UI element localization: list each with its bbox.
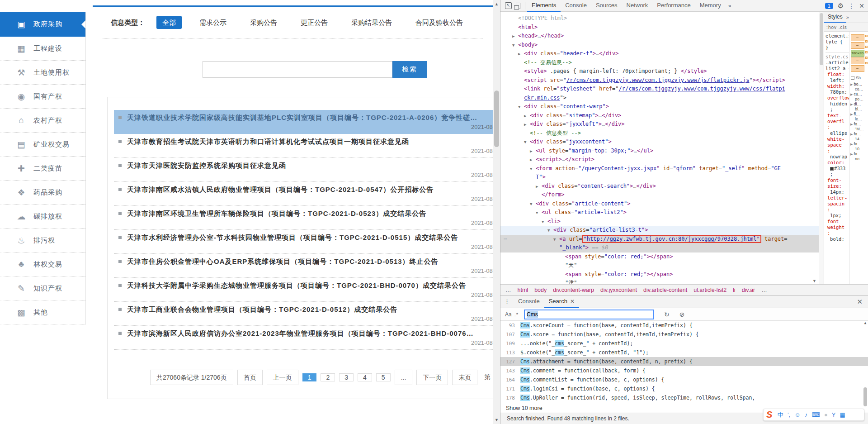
- tree-expand-arrow-icon[interactable]: ▼: [524, 138, 530, 147]
- filter-tab[interactable]: 采购公告: [244, 16, 283, 29]
- search-result-row[interactable]: 171Cms.loginCsi = function(base, c, opti…: [500, 384, 868, 393]
- show-all-checkbox[interactable]: Sh: [851, 76, 864, 80]
- soft-keyboard-icon[interactable]: ⌨: [811, 411, 820, 418]
- breadcrumb-item[interactable]: …: [502, 287, 514, 293]
- dom-tree-line[interactable]: <span style="color: red;"></span>: [500, 252, 819, 262]
- account-icon[interactable]: ●: [824, 411, 828, 418]
- breadcrumb-item[interactable]: html: [514, 287, 532, 293]
- styles-filter-bar[interactable]: :hov .cls: [824, 23, 868, 32]
- devtools-tab-elements[interactable]: Elements: [527, 0, 561, 12]
- dom-tree-line[interactable]: ▼<body>: [500, 41, 819, 50]
- tree-expand-arrow-icon[interactable]: ▶: [530, 156, 536, 164]
- search-input[interactable]: [203, 61, 392, 78]
- results-scroll-up-icon[interactable]: ▲: [863, 321, 868, 325]
- dom-tree-line[interactable]: ▼<div class="jyxxcontent">: [500, 138, 819, 147]
- stylesheet-link[interactable]: style.cs: [826, 54, 849, 60]
- article-title[interactable]: 天津市滨海新区人民政府信访办公室2021-2023年物业管理服务项目（项目编号：…: [127, 329, 477, 338]
- scroll-up-arrow-icon[interactable]: ▲: [493, 2, 500, 6]
- css-line[interactable]: :: [826, 230, 849, 236]
- article-row[interactable]: 天津市津南区咸水沽镇人民政府物业管理项目（项目编号：TGPC-2021-D-05…: [114, 182, 493, 206]
- css-line[interactable]: width:: [826, 83, 849, 89]
- dom-tree-line[interactable]: <script src="/r/cms/com.tjggzyjy.www/com…: [500, 76, 819, 85]
- tree-expand-arrow-icon[interactable]: ▶: [518, 50, 524, 58]
- css-line[interactable]: weight: [826, 224, 849, 230]
- dom-tree-line[interactable]: "_blank"> == $0: [500, 243, 819, 252]
- clear-search-icon[interactable]: ⊘: [679, 311, 685, 318]
- drawer-tab-console[interactable]: Console: [514, 295, 544, 308]
- devtools-tab-network[interactable]: Network: [622, 0, 653, 12]
- devtools-tab-performance[interactable]: Performance: [652, 0, 695, 12]
- article-title[interactable]: 天津科技大学附属中学采购生态城物业管理服务项目（项目编号：TGPC-2021-B…: [127, 281, 466, 290]
- computed-property[interactable]: ▶ fo…: [850, 142, 864, 147]
- search-button[interactable]: 检索: [392, 61, 427, 78]
- page-number-button[interactable]: 1: [302, 373, 317, 381]
- last-page-button[interactable]: 末页: [452, 370, 477, 385]
- css-line[interactable]: text-: [826, 113, 849, 119]
- tree-expand-arrow-icon[interactable]: ▼: [530, 200, 536, 209]
- breadcrumb-item[interactable]: div.jyxxcontent: [597, 287, 640, 293]
- dom-tree-line[interactable]: ▶<div class="jyxxleft">…</div>: [500, 120, 819, 129]
- page-scrollbar[interactable]: ▲ ▼: [493, 0, 500, 424]
- dom-tree-line[interactable]: T">: [500, 173, 819, 182]
- dom-tree-line[interactable]: <span style="color: red;"></span>: [500, 270, 819, 279]
- computed-property[interactable]: ▶ fo…: [850, 122, 864, 127]
- article-row[interactable]: 天津市教育招生考试院天津市英语听力和口语计算机化考试试点项目一期项目征求意见函2…: [114, 134, 493, 158]
- sidebar-item-house-tree[interactable]: ⌂农村产权: [0, 109, 85, 133]
- breadcrumb-item[interactable]: body: [531, 287, 550, 293]
- css-line[interactable]: space: [826, 142, 849, 148]
- css-line[interactable]: letter-: [826, 195, 849, 201]
- css-line[interactable]: nowrap: [826, 154, 849, 160]
- breadcrumb-item[interactable]: ul.article-list2: [690, 287, 730, 293]
- search-result-row[interactable]: 113$.cookie("_cms_score_" + contentId, "…: [500, 348, 868, 357]
- css-line[interactable]: left;: [826, 77, 849, 83]
- tab-styles[interactable]: Styles: [824, 12, 846, 23]
- search-result-row[interactable]: 143Cms.comment = function(callback, form…: [500, 366, 868, 375]
- dom-tree-line[interactable]: <!-- 交易信息-->: [500, 58, 819, 67]
- match-case-icon[interactable]: Aa: [505, 311, 512, 318]
- inspect-element-icon[interactable]: ↖: [505, 2, 512, 9]
- dom-tree-line[interactable]: ▼<div class="article-content">: [500, 200, 819, 209]
- article-row[interactable]: 天津市天津医院安防监控系统采购项目征求意见函2021-08: [114, 158, 493, 182]
- computed-property[interactable]: ▶ cu…: [850, 92, 864, 97]
- filter-tab[interactable]: 更正公告: [295, 16, 334, 29]
- tree-expand-arrow-icon[interactable]: ▼: [536, 209, 542, 217]
- article-row[interactable]: 天津市津南区环境卫生管理所车辆保险项目（项目编号：TGPC-2021-D-052…: [114, 206, 493, 230]
- article-title[interactable]: 天津市水利经济管理办公室-节水科技园物业管理项目（项目编号：TGPC-2021-…: [127, 233, 458, 242]
- computed-property[interactable]: ▶ fl…: [850, 112, 864, 117]
- css-line[interactable]: element.s: [826, 33, 849, 39]
- article-row[interactable]: 天津市水利经济管理办公室-节水科技园物业管理项目（项目编号：TGPC-2021-…: [114, 230, 493, 254]
- css-line[interactable]: :: [826, 148, 849, 154]
- scroll-down-arrow-icon[interactable]: ▼: [493, 418, 500, 422]
- css-line[interactable]: font-: [826, 219, 849, 224]
- css-line[interactable]: ;: [826, 172, 849, 177]
- dom-tree-line[interactable]: ▼<div class="content-warp">: [500, 102, 819, 111]
- article-row[interactable]: 天津市住房公积金管理中心OA及ERP系统维保项目（项目编号：TGPC-2021-…: [114, 254, 493, 278]
- page-number-button[interactable]: 2: [321, 373, 335, 381]
- tree-expand-arrow-icon[interactable]: ▶: [512, 32, 518, 41]
- breadcrumb-item[interactable]: div.ar: [739, 287, 759, 293]
- search-result-row[interactable]: 109...ookie("_cms_score_" + contentId);: [500, 339, 868, 348]
- article-title[interactable]: 天津市天津医院安防监控系统采购项目征求意见函: [127, 162, 286, 170]
- css-line[interactable]: bold;: [826, 236, 849, 242]
- search-result-row[interactable]: 178Cms.UpRoller = function(rid, speed, i…: [500, 393, 868, 402]
- dom-tree-line[interactable]: </form>: [500, 191, 819, 200]
- article-title[interactable]: 天津市住房公积金管理中心OA及ERP系统维保项目（项目编号：TGPC-2021-…: [127, 257, 439, 266]
- computed-property[interactable]: ▶ fo…: [850, 152, 864, 157]
- next-page-button[interactable]: 下一页: [416, 370, 448, 385]
- devtools-menu-icon[interactable]: ⋮: [848, 2, 854, 10]
- page-number-button[interactable]: 5: [376, 373, 391, 381]
- breadcrumb-item[interactable]: div.content-warp: [550, 287, 597, 293]
- search-result-row[interactable]: 93Cms.scoreCount = function(base, conten…: [500, 321, 868, 330]
- article-row[interactable]: 天津市滨海新区人民政府信访办公室2021-2023年物业管理服务项目（项目编号：…: [114, 326, 493, 350]
- computed-property[interactable]: ▶ fo…: [850, 132, 864, 137]
- css-line[interactable]: white-: [826, 136, 849, 142]
- css-line[interactable]: overflow:: [826, 95, 849, 101]
- drawer-close-icon[interactable]: ✕: [857, 298, 868, 306]
- close-search-tab-icon[interactable]: ✕: [570, 298, 575, 305]
- tree-expand-arrow-icon[interactable]: ▼: [542, 218, 547, 226]
- article-title[interactable]: 天津市津南区咸水沽镇人民政府物业管理项目（项目编号：TGPC-2021-D-05…: [127, 186, 434, 194]
- css-line[interactable]: float:: [826, 71, 849, 77]
- css-line[interactable]: }: [826, 45, 849, 51]
- page-number-button[interactable]: 4: [358, 373, 372, 381]
- dom-tree-line[interactable]: ▶<div class="content-search">…</div>: [500, 182, 819, 191]
